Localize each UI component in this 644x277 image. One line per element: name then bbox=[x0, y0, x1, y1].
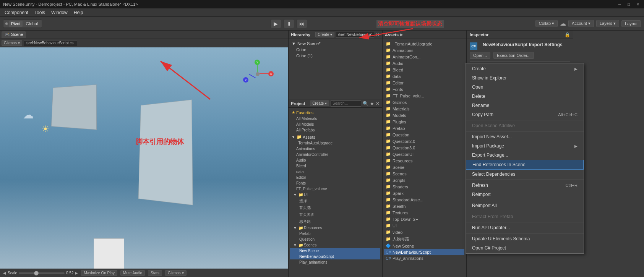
asset-gizmos[interactable]: 📁 Gizmos bbox=[384, 99, 464, 105]
ctx-select-deps[interactable]: Select Dependencies bbox=[466, 170, 584, 179]
terrain-item[interactable]: _TerrainAutoUpgrade bbox=[290, 140, 380, 146]
ctx-update-ui[interactable]: Update UIElements Schema bbox=[466, 234, 584, 243]
new-scene-item[interactable]: New Scene bbox=[290, 248, 380, 254]
ui-sub-item1[interactable]: 选择 bbox=[290, 198, 380, 204]
hierarchy-item-cube1[interactable]: Cube (1) bbox=[290, 53, 380, 59]
hierarchy-close-icon[interactable]: ✕ bbox=[376, 32, 380, 37]
asset-data[interactable]: 📁 data bbox=[384, 73, 464, 79]
ctx-find-references[interactable]: Find References In Scene bbox=[466, 160, 584, 170]
open-btn[interactable]: Open... bbox=[470, 52, 490, 59]
scale-arrow-left[interactable]: ◀ bbox=[3, 271, 6, 275]
maximize-btn[interactable]: □ bbox=[626, 1, 632, 7]
scale-arrow-right[interactable]: ▶ bbox=[75, 271, 78, 275]
asset-scenes[interactable]: 📁 Scenes bbox=[384, 170, 464, 177]
gizmos-btn[interactable]: Gizmos ▾ bbox=[2, 40, 22, 46]
play-btn[interactable]: ▶ bbox=[271, 19, 281, 28]
asset-question[interactable]: 📁 Question bbox=[384, 131, 464, 138]
menu-component[interactable]: Component bbox=[2, 9, 31, 16]
scale-slider[interactable] bbox=[19, 272, 65, 274]
step-btn[interactable]: ⏭ bbox=[297, 19, 307, 28]
res-sub2[interactable]: Question bbox=[290, 237, 380, 242]
favorites-header[interactable]: ★ Favorites bbox=[290, 109, 380, 116]
ctx-delete[interactable]: Delete bbox=[466, 92, 584, 101]
assets-tree-header[interactable]: ▼ 📁 Assets bbox=[290, 134, 380, 140]
stats-btn[interactable]: Stats bbox=[148, 270, 162, 276]
bleed-item[interactable]: Bleed bbox=[290, 163, 380, 169]
data-item[interactable]: data bbox=[290, 169, 380, 175]
asset-spark[interactable]: 📁 Spark bbox=[384, 190, 464, 196]
asset-prefab[interactable]: 📁 Prefab bbox=[384, 125, 464, 131]
account-dropdown[interactable]: Account ▾ bbox=[568, 20, 594, 27]
ctx-import-package[interactable]: Import Package ▶ bbox=[466, 141, 584, 151]
project-search[interactable] bbox=[331, 100, 361, 107]
asset-animations[interactable]: 📁 Animations bbox=[384, 47, 464, 53]
asset-topdown[interactable]: 📁 Top-Down SF bbox=[384, 216, 464, 222]
asset-ui[interactable]: 📁 UI bbox=[384, 222, 464, 229]
asset-terrain[interactable]: 📁 _TerrainAutoUpgrade bbox=[384, 40, 464, 47]
hierarchy-item-cube[interactable]: Cube bbox=[290, 47, 380, 53]
animatorcon-item[interactable]: AnimatorController bbox=[290, 152, 380, 157]
exec-order-btn[interactable]: Execution Order... bbox=[493, 52, 534, 59]
asset-fonts[interactable]: 📁 Fonts bbox=[384, 86, 464, 92]
menu-help[interactable]: Help bbox=[71, 9, 86, 16]
asset-standard[interactable]: 📁 Standard Asse... bbox=[384, 196, 464, 203]
asset-scripts[interactable]: 📁 Scripts bbox=[384, 177, 464, 183]
asset-scene[interactable]: 📁 Scene bbox=[384, 164, 464, 170]
ui-sub-item4[interactable]: 思考题 bbox=[290, 218, 380, 225]
close-icon[interactable]: ✕ bbox=[376, 101, 380, 106]
ftpulse-item[interactable]: FT_Pulse_volume bbox=[290, 186, 380, 192]
asset-video[interactable]: 📁 video bbox=[384, 229, 464, 235]
asset-questionui[interactable]: 📁 QuestionUI bbox=[384, 151, 464, 157]
menu-tools[interactable]: Tools bbox=[31, 9, 48, 16]
asset-shaders[interactable]: 📁 Shaders bbox=[384, 183, 464, 190]
asset-audio[interactable]: 📁 Audio bbox=[384, 60, 464, 66]
hierarchy-scene-item[interactable]: ▼ New Scene* bbox=[290, 40, 380, 47]
ctx-open[interactable]: Open bbox=[466, 83, 584, 92]
resources-main-item[interactable]: ▼ 📁 Resources bbox=[290, 225, 380, 231]
all-materials-item[interactable]: All Materials bbox=[290, 116, 380, 121]
ctx-run-api[interactable]: Run API Updater... bbox=[466, 223, 584, 232]
minimize-btn[interactable]: ─ bbox=[616, 1, 623, 7]
pivot-btn[interactable]: Pivot bbox=[9, 21, 23, 27]
scene-main-item[interactable]: ▼ 📁 Scenes bbox=[290, 242, 380, 248]
asset-resources[interactable]: 📁 Resources bbox=[384, 157, 464, 164]
ctx-show-explorer[interactable]: Show in Explorer bbox=[466, 73, 584, 83]
asset-plugins[interactable]: 📁 Plugins bbox=[384, 118, 464, 125]
hierarchy-create-btn[interactable]: Create ▾ bbox=[315, 32, 334, 37]
collab-btn[interactable]: Collab ▾ bbox=[535, 20, 558, 27]
ctx-reimport-all[interactable]: Reimport All bbox=[466, 201, 584, 210]
res-sub1[interactable]: Prefab bbox=[290, 231, 380, 237]
asset-materials[interactable]: 📁 Materials bbox=[384, 105, 464, 112]
asset-bleed[interactable]: 📁 Bleed bbox=[384, 66, 464, 73]
asset-new-behaviour[interactable]: C# NewBehaviourScript bbox=[384, 249, 464, 255]
audio-item[interactable]: Audio bbox=[290, 157, 380, 163]
inspector-lock-icon[interactable]: 🔒 bbox=[565, 32, 570, 37]
ui-sub-item2[interactable]: 首页选 bbox=[290, 204, 380, 211]
scene-ref-input[interactable] bbox=[24, 40, 77, 46]
ctx-copy-path[interactable]: Copy Path Alt+Ctrl+C bbox=[466, 110, 584, 119]
asset-play-animations[interactable]: C# Play_animations bbox=[384, 255, 464, 261]
ctx-create[interactable]: Create ▶ bbox=[466, 64, 584, 73]
asset-new-scene[interactable]: 🔷 New Scene bbox=[384, 243, 464, 249]
hierarchy-search[interactable] bbox=[336, 32, 374, 38]
scene-tab[interactable]: 🎮 Scene bbox=[2, 31, 26, 38]
ctx-open-cs[interactable]: Open C# Project bbox=[466, 243, 584, 253]
fonts-item[interactable]: Fonts bbox=[290, 180, 380, 186]
ui-main-item[interactable]: ▼ 📁 UI bbox=[290, 192, 380, 198]
mute-audio-btn[interactable]: Mute Audio bbox=[120, 270, 145, 276]
ctx-reimport[interactable]: Reimport bbox=[466, 190, 584, 199]
star-icon[interactable]: ★ bbox=[370, 101, 374, 106]
asset-models[interactable]: 📁 Models bbox=[384, 112, 464, 118]
ctx-refresh[interactable]: Refresh Ctrl+R bbox=[466, 181, 584, 190]
scene-viewport[interactable]: ☁ ☀ X Y Z 脚本引用的物体 bbox=[0, 47, 288, 269]
asset-question3[interactable]: 📁 Question3.0 bbox=[384, 144, 464, 151]
asset-stealth[interactable]: 📁 Stealth bbox=[384, 203, 464, 209]
asset-renwu[interactable]: 📁 人物寻路 bbox=[384, 235, 464, 243]
ui-sub-item3[interactable]: 首页界面 bbox=[290, 211, 380, 218]
ctx-rename[interactable]: Rename bbox=[466, 101, 584, 110]
pause-btn[interactable]: ⏸ bbox=[284, 19, 294, 28]
asset-animatorcon[interactable]: 📁 AnimatorCon... bbox=[384, 53, 464, 60]
asset-question2[interactable]: 📁 Question2.0 bbox=[384, 138, 464, 144]
asset-editor[interactable]: 📁 Editor bbox=[384, 79, 464, 86]
play-animations-item[interactable]: Play_animations bbox=[290, 259, 380, 265]
